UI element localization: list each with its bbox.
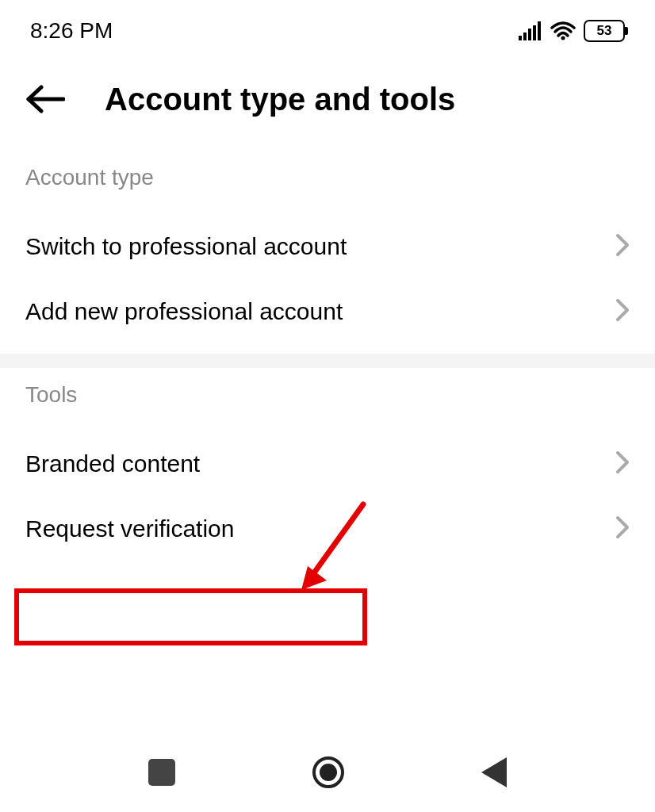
nav-recents-button[interactable] [148, 759, 175, 786]
add-professional-item[interactable]: Add new professional account [0, 279, 655, 344]
back-button[interactable] [25, 79, 65, 119]
nav-home-button[interactable] [312, 756, 344, 788]
battery-level: 53 [597, 23, 612, 39]
arrow-left-icon [25, 85, 65, 113]
annotation-highlight-box [14, 588, 367, 645]
switch-professional-item[interactable]: Switch to professional account [0, 214, 655, 279]
page-title: Account type and tools [105, 82, 455, 117]
svg-rect-4 [538, 21, 541, 40]
list-item-label: Request verification [25, 515, 234, 542]
svg-rect-3 [533, 25, 536, 40]
branded-content-item[interactable]: Branded content [0, 431, 655, 496]
svg-rect-1 [523, 33, 527, 40]
wifi-icon [550, 21, 576, 40]
section-label-tools: Tools [0, 368, 655, 431]
svg-rect-0 [519, 36, 522, 40]
list-item-label: Branded content [25, 450, 200, 477]
chevron-right-icon [615, 450, 630, 477]
nav-home-inner-icon [320, 764, 337, 781]
header: Account type and tools [0, 56, 655, 151]
chevron-right-icon [615, 233, 630, 260]
battery-icon: 53 [584, 20, 625, 42]
request-verification-item[interactable]: Request verification [0, 496, 655, 561]
list-item-label: Switch to professional account [25, 233, 347, 260]
chevron-right-icon [615, 515, 630, 542]
signal-icon [519, 21, 542, 40]
svg-point-5 [561, 36, 565, 40]
status-bar: 8:26 PM 53 [0, 0, 655, 56]
section-divider [0, 354, 655, 368]
status-time: 8:26 PM [30, 18, 113, 44]
android-nav-bar [0, 733, 655, 812]
status-icons: 53 [519, 20, 625, 42]
section-label-account-type: Account type [0, 151, 655, 214]
svg-rect-2 [528, 29, 531, 40]
list-item-label: Add new professional account [25, 298, 343, 325]
nav-back-button[interactable] [481, 757, 507, 787]
chevron-right-icon [615, 298, 630, 325]
svg-marker-8 [301, 566, 327, 590]
